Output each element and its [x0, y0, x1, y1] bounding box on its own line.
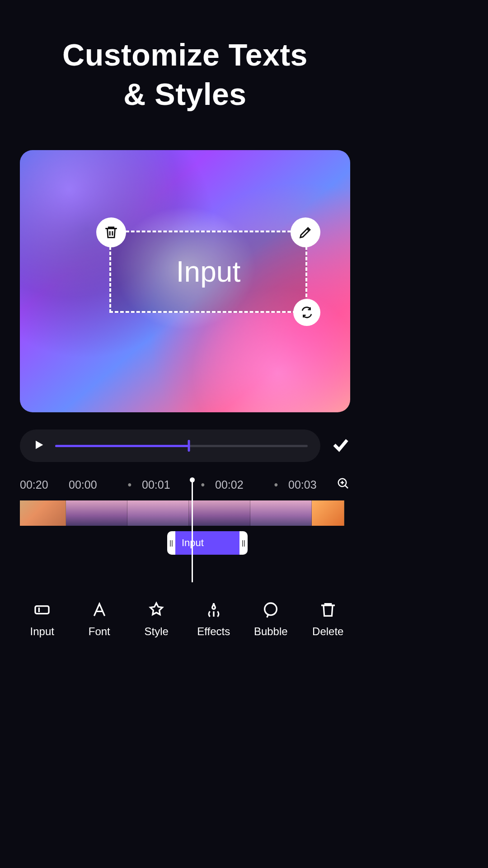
- timeline-ruler: 00:20 00:00 • 00:01 • 00:02 • 00:03: [20, 478, 350, 491]
- input-icon: [33, 601, 51, 619]
- tool-label: Bubble: [254, 625, 288, 638]
- bubble-icon: [262, 601, 280, 619]
- text-clip-label: Input: [175, 531, 239, 555]
- timeline-clip[interactable]: [189, 500, 250, 526]
- play-icon: [33, 439, 45, 451]
- playhead[interactable]: [192, 479, 193, 582]
- trash-icon: [103, 225, 119, 240]
- effects-icon: [205, 601, 223, 619]
- progress-track[interactable]: [55, 445, 308, 447]
- ruler-mark: 00:01: [142, 478, 191, 491]
- tool-label: Effects: [197, 625, 230, 638]
- text-overlay-box[interactable]: Input: [109, 231, 307, 313]
- zoom-in-icon: [337, 477, 350, 491]
- tool-bubble[interactable]: Bubble: [246, 601, 296, 638]
- svg-point-2: [265, 603, 277, 615]
- tool-label: Style: [145, 625, 169, 638]
- clip-handle-right[interactable]: ||: [239, 539, 248, 547]
- heading-line-1: Customize Texts: [62, 38, 308, 72]
- tool-label: Input: [30, 625, 54, 638]
- pencil-icon: [298, 225, 313, 240]
- tool-label: Delete: [312, 625, 343, 638]
- ruler-dot: •: [117, 478, 142, 491]
- play-button[interactable]: [33, 439, 45, 453]
- clip-handle-left[interactable]: ||: [167, 539, 175, 547]
- timeline-clip[interactable]: [66, 500, 127, 526]
- check-icon: [331, 435, 350, 454]
- ruler-mark: 00:02: [215, 478, 264, 491]
- page-title: Customize Texts & Styles: [0, 35, 370, 114]
- clip-timeline[interactable]: [20, 500, 350, 526]
- tool-effects[interactable]: Effects: [189, 601, 239, 638]
- rotate-icon: [300, 306, 314, 319]
- delete-overlay-handle[interactable]: [96, 217, 126, 247]
- ruler-mark: 00:20: [20, 478, 69, 491]
- bottom-toolbar: Input Font Style Effects Bubble Delete: [0, 586, 370, 658]
- zoom-in-button[interactable]: [337, 477, 350, 493]
- timeline-clip[interactable]: [250, 500, 312, 526]
- ruler-dot: •: [264, 478, 288, 491]
- text-clip[interactable]: || Input ||: [167, 531, 248, 555]
- tool-delete[interactable]: Delete: [303, 601, 353, 638]
- font-icon: [90, 601, 108, 619]
- progress-knob[interactable]: [188, 440, 190, 452]
- progress-fill: [55, 445, 189, 447]
- tool-font[interactable]: Font: [75, 601, 124, 638]
- tool-input[interactable]: Input: [17, 601, 67, 638]
- timeline-clip[interactable]: [312, 500, 344, 526]
- video-preview[interactable]: Input: [20, 150, 350, 412]
- overlay-text: Input: [176, 255, 240, 288]
- style-icon: [147, 601, 165, 619]
- player-controls: [20, 429, 350, 462]
- svg-rect-1: [35, 606, 49, 614]
- confirm-button[interactable]: [331, 435, 350, 456]
- edit-overlay-handle[interactable]: [291, 217, 320, 247]
- tool-label: Font: [89, 625, 110, 638]
- timeline-clip[interactable]: [127, 500, 189, 526]
- timeline-clip[interactable]: [20, 500, 66, 526]
- trash-icon: [319, 601, 337, 619]
- ruler-mark: 00:03: [288, 478, 337, 491]
- heading-line-2: & Styles: [123, 77, 246, 111]
- rotate-overlay-handle[interactable]: [293, 299, 320, 326]
- text-track: || Input ||: [20, 531, 350, 557]
- tool-style[interactable]: Style: [131, 601, 181, 638]
- player-bar: [20, 429, 320, 462]
- ruler-mark: 00:00: [69, 478, 117, 491]
